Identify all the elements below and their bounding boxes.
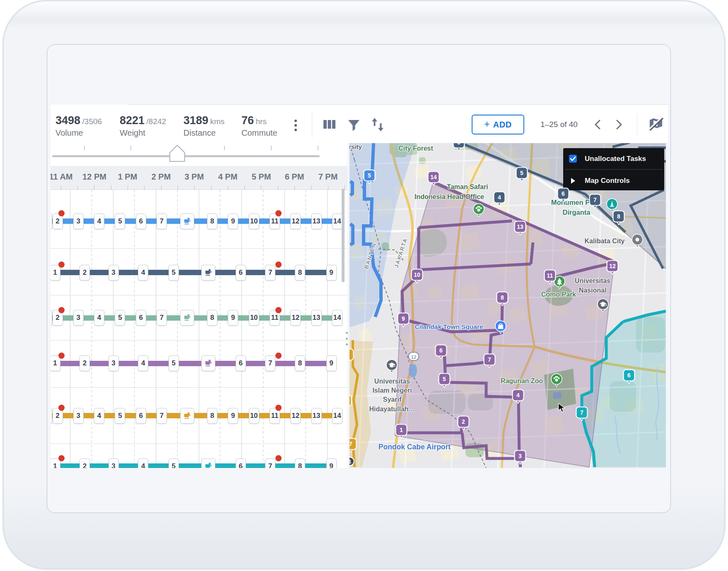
svg-text:8: 8 — [501, 294, 504, 301]
svg-text:14: 14 — [430, 174, 437, 180]
svg-text:8: 8 — [617, 213, 620, 220]
svg-text:7: 7 — [488, 356, 491, 363]
svg-text:13: 13 — [517, 223, 523, 230]
svg-text:5: 5 — [520, 170, 523, 176]
svg-text:4: 4 — [498, 194, 501, 201]
svg-text:5: 5 — [368, 172, 371, 179]
svg-text:11: 11 — [547, 272, 553, 279]
svg-text:6: 6 — [439, 347, 443, 354]
svg-text:7: 7 — [580, 409, 583, 416]
svg-text:5: 5 — [457, 143, 460, 146]
svg-text:6: 6 — [562, 190, 565, 197]
svg-text:9: 9 — [402, 315, 405, 322]
svg-text:10: 10 — [414, 271, 420, 278]
svg-text:12: 12 — [411, 355, 417, 360]
svg-text:1: 1 — [400, 427, 403, 433]
svg-text:12: 12 — [609, 263, 616, 269]
svg-text:5: 5 — [443, 376, 446, 382]
svg-text:6: 6 — [627, 372, 631, 379]
svg-text:1: 1 — [350, 459, 352, 465]
svg-text:4: 4 — [516, 392, 520, 398]
svg-text:2: 2 — [462, 418, 465, 425]
svg-text:7: 7 — [593, 197, 597, 203]
svg-text:3: 3 — [518, 453, 522, 459]
svg-text:7: 7 — [350, 441, 352, 447]
